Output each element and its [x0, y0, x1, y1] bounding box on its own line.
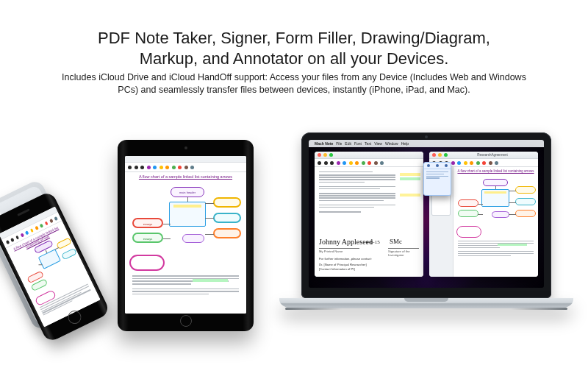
- minimize-icon[interactable]: [438, 153, 442, 157]
- page-thumbnail[interactable]: [431, 194, 451, 216]
- tool-swatch[interactable]: [184, 166, 188, 169]
- mac-menu-item[interactable]: Help: [401, 141, 409, 146]
- diagram-node[interactable]: [213, 213, 241, 223]
- close-icon[interactable]: [318, 153, 321, 157]
- highlight-annotation[interactable]: [498, 244, 527, 246]
- mac-menu-item[interactable]: View: [374, 141, 382, 146]
- tool-swatch[interactable]: [337, 161, 340, 165]
- highlight-annotation[interactable]: [173, 205, 201, 208]
- annotation-popover[interactable]: [423, 162, 451, 196]
- close-icon[interactable]: [432, 153, 436, 157]
- tool-swatch[interactable]: [451, 161, 455, 165]
- device-showcase: A flow chart of a sample linked list con…: [0, 132, 588, 353]
- tool-swatch[interactable]: [15, 235, 20, 239]
- highlight-annotation[interactable]: [400, 173, 420, 176]
- annotation-toolbar[interactable]: [315, 159, 423, 167]
- tool-swatch[interactable]: [330, 161, 334, 165]
- mac-menu-item[interactable]: Text: [365, 141, 371, 146]
- diagram-node[interactable]: [515, 210, 536, 217]
- zoom-icon[interactable]: [329, 153, 333, 157]
- tool-swatch[interactable]: [349, 161, 353, 165]
- diagram-node-main-header[interactable]: main header: [171, 187, 204, 197]
- highlight-annotation[interactable]: [193, 279, 228, 282]
- highlight-annotation[interactable]: [484, 191, 506, 194]
- tool-swatch[interactable]: [190, 166, 194, 169]
- diagram-node[interactable]: [515, 186, 536, 194]
- diagram-node[interactable]: [61, 248, 77, 261]
- diagram-node[interactable]: [492, 211, 509, 218]
- tool-swatch[interactable]: [159, 166, 163, 169]
- tool-swatch[interactable]: [44, 221, 49, 225]
- mac-menu-item[interactable]: Mach Note: [315, 141, 333, 146]
- tool-swatch[interactable]: [362, 161, 365, 165]
- tool-swatch[interactable]: [128, 166, 132, 169]
- tool-swatch[interactable]: [172, 166, 176, 169]
- tool-swatch[interactable]: [25, 230, 29, 235]
- document-canvas[interactable]: A flow chart of a sample linked list con…: [453, 167, 538, 277]
- diagram-node[interactable]: [458, 210, 478, 217]
- tool-swatch[interactable]: [54, 216, 58, 221]
- popover-icon[interactable]: [427, 164, 430, 167]
- tool-swatch[interactable]: [140, 166, 144, 169]
- freehand-annotation[interactable]: [129, 255, 165, 271]
- mac-menu-bar[interactable]: Mach NoteFileEditFontTextViewWindowHelp: [309, 140, 544, 147]
- tool-swatch[interactable]: [380, 161, 384, 165]
- tool-swatch[interactable]: [464, 161, 467, 165]
- window-title: ResearchAgreement: [450, 153, 535, 157]
- tool-swatch[interactable]: [489, 161, 492, 165]
- signature-date[interactable]: 4-8-15: [366, 239, 380, 245]
- annotation-toolbar[interactable]: [125, 163, 246, 172]
- mac-menu-item[interactable]: Font: [354, 141, 362, 146]
- tool-swatch[interactable]: [318, 161, 321, 165]
- minimize-icon[interactable]: [323, 153, 327, 157]
- highlight-annotation[interactable]: [400, 177, 420, 180]
- window-titlebar[interactable]: [315, 152, 423, 159]
- document-canvas[interactable]: Johnny Appleseed 4-8-15 SMc My Printed N…: [315, 167, 423, 277]
- signature-investigator[interactable]: SMc: [390, 238, 402, 245]
- diagram-node[interactable]: [515, 198, 536, 205]
- diagram-node-essays[interactable]: essays: [132, 233, 163, 243]
- tool-swatch[interactable]: [49, 219, 54, 223]
- tool-swatch[interactable]: [5, 240, 10, 244]
- tool-swatch[interactable]: [29, 228, 34, 233]
- mac-menu-item[interactable]: Window: [385, 141, 398, 146]
- mac-menu-item[interactable]: File: [336, 141, 342, 146]
- tool-swatch[interactable]: [10, 237, 15, 241]
- document-canvas[interactable]: A flow chart of a sample linked list con…: [125, 172, 246, 314]
- tool-swatch[interactable]: [135, 166, 138, 169]
- tool-swatch[interactable]: [470, 161, 473, 165]
- diagram-node[interactable]: [213, 197, 241, 208]
- tool-swatch[interactable]: [368, 161, 371, 165]
- tool-swatch[interactable]: [343, 161, 346, 165]
- tool-swatch[interactable]: [20, 233, 24, 237]
- diagram-node-essays[interactable]: essays: [132, 218, 163, 228]
- mac-menu-item[interactable]: Edit: [345, 141, 351, 146]
- tool-swatch[interactable]: [39, 223, 43, 227]
- diagram-node[interactable]: [483, 179, 508, 186]
- mac-desktop[interactable]: Mach NoteFileEditFontTextViewWindowHelp: [309, 140, 544, 288]
- tool-swatch[interactable]: [482, 161, 486, 165]
- tool-swatch[interactable]: [495, 161, 498, 165]
- tool-swatch[interactable]: [355, 161, 359, 165]
- diagram-node[interactable]: [458, 199, 478, 207]
- diagram-node[interactable]: [213, 228, 241, 238]
- freehand-annotation[interactable]: [456, 226, 481, 238]
- tool-swatch[interactable]: [153, 166, 157, 169]
- tool-swatch[interactable]: [476, 161, 480, 165]
- zoom-icon[interactable]: [444, 153, 448, 157]
- app-window-research-agreement[interactable]: Johnny Appleseed 4-8-15 SMc My Printed N…: [315, 152, 423, 277]
- signature[interactable]: Johnny Appleseed: [319, 238, 373, 246]
- tool-swatch[interactable]: [324, 161, 328, 165]
- popover-icon[interactable]: [445, 164, 448, 167]
- tool-swatch[interactable]: [147, 166, 151, 169]
- window-titlebar[interactable]: ResearchAgreement: [429, 152, 538, 159]
- tool-swatch[interactable]: [178, 166, 182, 169]
- diagram-node[interactable]: [38, 249, 61, 269]
- tool-swatch[interactable]: [457, 161, 461, 165]
- tool-swatch[interactable]: [35, 225, 39, 230]
- diagram-node[interactable]: [182, 234, 204, 243]
- popover-icon[interactable]: [436, 164, 439, 167]
- highlight-annotation[interactable]: [400, 194, 420, 197]
- tool-swatch[interactable]: [165, 166, 169, 169]
- tool-swatch[interactable]: [374, 161, 378, 165]
